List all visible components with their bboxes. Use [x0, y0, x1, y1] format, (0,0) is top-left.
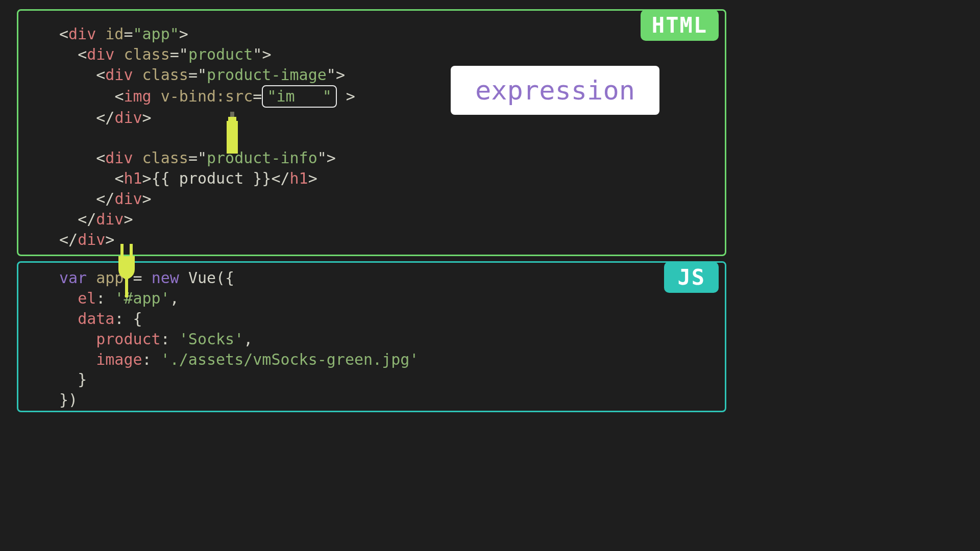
highlighter-icon: [225, 112, 240, 154]
expression-callout: expression: [451, 66, 659, 115]
svg-rect-5: [125, 279, 128, 297]
svg-rect-4: [130, 244, 133, 256]
html-panel: HTML <div id="app"> <div class="product"…: [17, 9, 726, 256]
svg-rect-0: [230, 112, 234, 117]
js-code-block: var app = new Vue({ el: '#app', data: { …: [59, 268, 419, 410]
plug-connector-icon: [116, 244, 137, 297]
svg-rect-3: [120, 244, 124, 256]
svg-rect-2: [227, 121, 238, 154]
html-badge: HTML: [641, 10, 719, 41]
html-code-block: <div id="app"> <div class="product"> <di…: [59, 24, 355, 250]
svg-rect-1: [228, 117, 236, 121]
js-badge: JS: [664, 262, 719, 293]
v-bind-value-box: "im ": [262, 85, 336, 108]
